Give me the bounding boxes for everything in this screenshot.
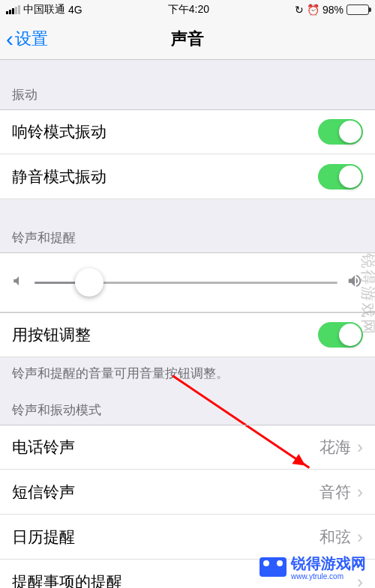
row-label: 电话铃声 [12,437,320,458]
volume-slider-row [0,252,375,312]
chevron-right-icon: › [357,437,363,458]
watermark: 锐得游戏网 [358,253,375,336]
battery-pct: 98% [322,4,344,16]
row-ring-vibrate[interactable]: 响铃模式振动 [0,109,375,154]
page-title: 声音 [171,28,204,50]
row-label: 静音模式振动 [12,166,318,187]
status-time: 下午4:20 [168,3,209,16]
switch-silent-vibrate[interactable] [318,164,363,190]
row-label: 响铃模式振动 [12,121,318,142]
row-silent-vibrate[interactable]: 静音模式振动 [0,154,375,199]
row-label: 短信铃声 [12,482,320,503]
volume-slider[interactable] [34,282,338,284]
status-right: ↻ ⏰ 98% [295,4,369,16]
nav-bar: ‹ 设置 声音 [0,19,375,60]
row-value: 和弦 [320,527,351,548]
alarm-icon: ⏰ [307,4,320,16]
row-text-tone[interactable]: 短信铃声 音符 › [0,470,375,515]
volume-low-icon [12,274,26,291]
battery-icon [346,4,369,15]
switch-button-toggle[interactable] [318,322,363,348]
row-label: 用按钮调整 [12,324,318,345]
carrier-label: 中国联通 [23,3,65,16]
signal-icon [6,5,20,14]
back-button[interactable]: ‹ 设置 [0,26,48,52]
switch-ring-vibrate[interactable] [318,119,363,145]
back-label: 设置 [15,28,48,50]
network-label: 4G [68,4,82,16]
row-value: 花海 [320,437,351,458]
section-header-patterns: 铃声和振动模式 [0,390,375,425]
status-bar: 中国联通 4G 下午4:20 ↻ ⏰ 98% [0,0,375,19]
chevron-right-icon: › [357,527,363,548]
slider-thumb[interactable] [75,268,104,297]
row-label: 日历提醒 [12,527,320,548]
section-header-vibration: 振动 [0,60,375,109]
chevron-left-icon: ‹ [6,26,14,52]
lock-icon: ↻ [295,4,304,16]
chevron-right-icon: › [357,482,363,503]
row-calendar-alert[interactable]: 日历提醒 和弦 › [0,515,375,560]
status-left: 中国联通 4G [6,3,82,16]
logo-text: 锐得游戏网 [291,554,366,574]
footer-logo: 锐得游戏网 www.ytrule.com [260,554,366,581]
row-value: 音符 [320,482,351,503]
logo-icon [260,557,286,577]
section-header-ringer: 铃声和提醒 [0,199,375,252]
row-ringtone[interactable]: 电话铃声 花海 › [0,425,375,470]
row-button-toggle[interactable]: 用按钮调整 [0,312,375,357]
